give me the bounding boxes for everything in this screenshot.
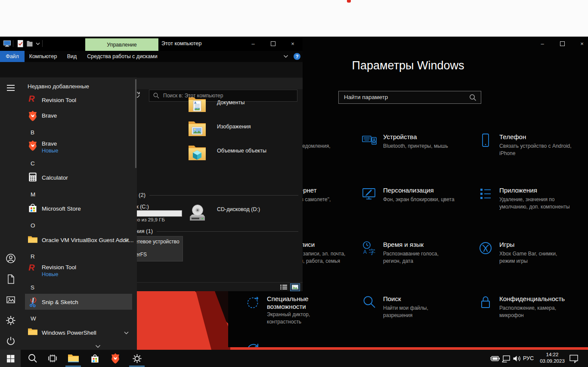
search-icon (153, 93, 159, 99)
settings-tile-devices[interactable]: Устройства Bluetooth, принтеры, мышь (362, 133, 474, 180)
explorer-maximize-button[interactable] (266, 39, 279, 48)
folder-icon (28, 234, 38, 245)
taskbar-clock[interactable]: 14:22 03.09.2023 (538, 351, 566, 364)
qat-chevron-down-icon[interactable] (36, 42, 40, 45)
revision-tool-icon: R (28, 263, 39, 274)
battery-icon[interactable] (490, 355, 500, 362)
settings-tile-personalization[interactable]: Персонализация Фон, экран блокировки, цв… (362, 186, 474, 233)
start-item-snip-sketch[interactable]: Snip & Sketch (42, 299, 78, 305)
gear-icon (132, 354, 142, 364)
menu-computer[interactable]: Компьютер (27, 51, 59, 62)
explorer-window-title: Этот компьютер (161, 40, 201, 47)
language-indicator[interactable]: РУС (523, 355, 534, 361)
menu-disk-tools[interactable]: Средства работы с дисками (86, 51, 158, 62)
task-view-button[interactable] (44, 350, 61, 367)
taskbar-time: 14:22 (538, 351, 566, 358)
settings-maximize-button[interactable] (556, 39, 569, 48)
settings-tile-phone[interactable]: Телефон Связать устройство с Android,iPh… (478, 133, 588, 180)
large-icons-view-button[interactable] (290, 283, 300, 291)
start-section-m[interactable]: M (31, 191, 35, 198)
folder-documents[interactable]: Документы (217, 100, 244, 106)
start-item-revision-tool[interactable]: Revision Tool (42, 97, 76, 103)
settings-rail-icon[interactable] (6, 315, 16, 326)
ribbon-expand-chevron-icon[interactable] (283, 55, 288, 58)
microsoft-store-icon (28, 202, 38, 214)
recently-added-header: Недавно добавленные (28, 83, 89, 90)
documents-folder-icon[interactable]: A (188, 96, 206, 113)
taskbar-file-explorer-button[interactable] (64, 350, 83, 367)
documents-rail-icon[interactable] (6, 274, 16, 284)
cd-drive-label[interactable]: CD-дисковод (D:) (217, 206, 260, 212)
settings-tile-gaming[interactable]: Игры Xbox Game Bar, снимки,режим игры (478, 240, 588, 288)
start-item-snip-sketch-highlight[interactable] (25, 294, 132, 310)
apps-list-icon (478, 186, 494, 202)
tab-manage[interactable]: Управление (85, 38, 158, 51)
folder-3d-objects[interactable]: Объемные объекты (217, 148, 266, 154)
volume-icon[interactable] (513, 355, 522, 362)
settings-minimize-button[interactable]: – (536, 39, 549, 48)
start-button[interactable] (0, 350, 21, 367)
start-item-oracle-vm-folder[interactable]: Oracle VM VirtualBox Guest Addit... (42, 237, 134, 243)
section-divider (149, 195, 298, 196)
start-item-revision-tool-new[interactable]: Revision Tool (42, 264, 76, 271)
start-item-windows-powershell[interactable]: Windows PowerShell (42, 330, 96, 336)
user-account-icon[interactable] (6, 253, 16, 264)
action-center-icon[interactable] (569, 354, 579, 363)
taskbar-search-button[interactable] (24, 350, 41, 367)
start-item-microsoft-store[interactable]: Microsoft Store (42, 205, 81, 212)
svg-text:A: A (194, 101, 196, 104)
brave-icon (110, 353, 121, 364)
this-pc-icon (3, 40, 11, 47)
new-folder-icon[interactable] (27, 40, 33, 47)
expand-chevron-icon[interactable] (124, 239, 129, 242)
power-icon[interactable] (6, 336, 16, 346)
expand-chevron-icon[interactable] (124, 331, 129, 335)
pictures-folder-icon[interactable] (188, 120, 206, 137)
settings-tile-privacy[interactable]: Конфиденциальность Расположение, камера,… (478, 295, 588, 342)
help-icon[interactable]: ? (294, 53, 300, 60)
3d-objects-folder-icon[interactable] (188, 144, 206, 162)
start-section-s[interactable]: S (31, 284, 34, 291)
taskbar-store-button[interactable] (86, 350, 103, 367)
windows-logo-icon (6, 355, 15, 363)
start-section-o[interactable]: O (31, 222, 35, 229)
settings-tile-apps[interactable]: Приложения Удаление, значения поумолчани… (478, 186, 588, 233)
explorer-minimize-button[interactable]: – (247, 39, 260, 48)
revision-tool-icon: R (28, 94, 39, 105)
start-section-r[interactable]: R (31, 253, 35, 260)
properties-icon[interactable] (17, 40, 24, 48)
brave-icon (28, 110, 38, 121)
start-section-w[interactable]: W (31, 315, 36, 322)
folder-pictures[interactable]: Изображения (217, 124, 251, 130)
update-security-icon[interactable] (245, 341, 261, 347)
taskbar-settings-button[interactable] (127, 350, 146, 367)
start-item-calculator[interactable]: Calculator (42, 174, 68, 181)
settings-search-input[interactable]: Найти параметр (338, 91, 481, 104)
explorer-ribbon-tabs: Файл Компьютер Вид Средства работы с дис… (0, 51, 303, 62)
start-section-c[interactable]: C (31, 160, 35, 167)
personalization-icon (362, 186, 378, 202)
folder-icon (28, 326, 38, 337)
explorer-close-button[interactable]: × (286, 39, 299, 48)
start-hamburger-icon[interactable] (6, 83, 16, 93)
start-item-revision-badge: Новые (42, 271, 59, 277)
settings-close-button[interactable]: × (576, 39, 588, 48)
snip-sketch-icon (28, 296, 38, 308)
settings-tile-time-language[interactable]: A 字 Время и язык Распознавание голоса,ре… (362, 240, 474, 288)
start-menu-scrollbar[interactable] (135, 79, 136, 168)
explorer-titlebar: Управление Этот компьютер – × (0, 37, 303, 51)
details-view-icon[interactable] (280, 284, 288, 290)
network-icon[interactable] (501, 355, 511, 363)
menu-file[interactable]: Файл (0, 51, 25, 62)
scroll-more-chevron-icon[interactable] (95, 345, 101, 348)
start-section-b[interactable]: B (31, 129, 34, 136)
start-item-brave[interactable]: Brave (42, 112, 57, 119)
start-item-brave-new[interactable]: Brave (42, 140, 57, 147)
cd-drive-icon[interactable] (188, 204, 206, 223)
taskbar: РУС 14:22 03.09.2023 (0, 350, 588, 367)
pictures-rail-icon[interactable] (6, 295, 16, 305)
taskbar-brave-button[interactable] (107, 350, 124, 367)
settings-tile-ease-of-access[interactable]: Специальныевозможности Экранный диктор,к… (245, 295, 358, 347)
settings-tile-search[interactable]: Поиск Найти мои файлы,разрешения (362, 295, 474, 342)
menu-view[interactable]: Вид (63, 51, 81, 62)
